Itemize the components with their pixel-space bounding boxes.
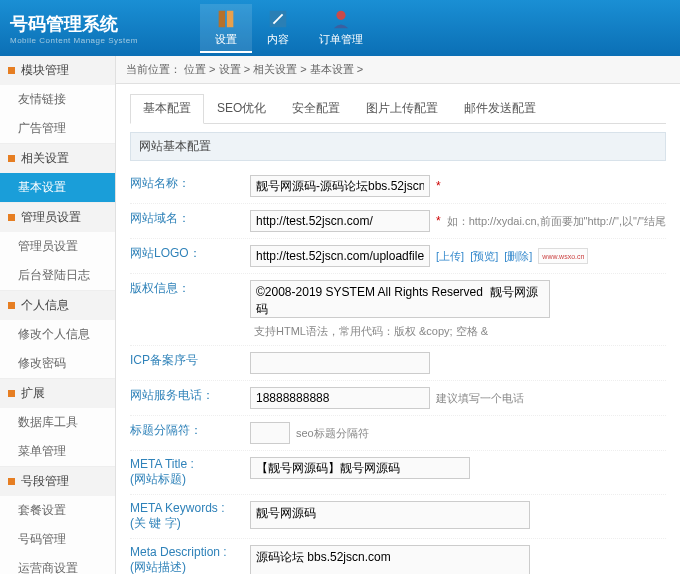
book-icon (215, 8, 237, 30)
top-nav: 设置 内容 订单管理 (200, 4, 378, 53)
meta-keywords-textarea[interactable]: 靓号网源码 (250, 501, 530, 529)
sidebar-group-head[interactable]: 扩展 (0, 379, 115, 408)
pencil-icon (267, 8, 289, 30)
tab[interactable]: 图片上传配置 (353, 94, 451, 123)
row-site-name: 网站名称： * (130, 169, 666, 204)
person-icon (330, 8, 352, 30)
sidebar-group-head[interactable]: 模块管理 (0, 56, 115, 85)
app-header: 号码管理系统 Mobile Content Manage System 设置 内… (0, 0, 680, 56)
sidebar-item[interactable]: 后台登陆日志 (0, 261, 115, 290)
sidebar-item[interactable]: 管理员设置 (0, 232, 115, 261)
row-icp: ICP备案序号 (130, 346, 666, 381)
meta-title-input[interactable] (250, 457, 470, 479)
svg-rect-0 (219, 10, 225, 27)
row-site-logo: 网站LOGO： [上传] [预览] [删除] www.wsxo.cn (130, 239, 666, 274)
sidebar: 模块管理友情链接广告管理相关设置基本设置管理员设置管理员设置后台登陆日志个人信息… (0, 56, 116, 574)
delete-link[interactable]: [删除] (504, 249, 532, 264)
phone-input[interactable] (250, 387, 430, 409)
sidebar-item[interactable]: 菜单管理 (0, 437, 115, 466)
logo-preview: www.wsxo.cn (538, 248, 588, 264)
panel-title: 网站基本配置 (130, 132, 666, 161)
breadcrumb: 当前位置： 位置 > 设置 > 相关设置 > 基本设置 > (116, 56, 680, 84)
tab[interactable]: 邮件发送配置 (451, 94, 549, 123)
nav-settings[interactable]: 设置 (200, 4, 252, 53)
row-separator: 标题分隔符： seo标题分隔符 (130, 416, 666, 451)
row-meta-keywords: META Keywords :(关 键 字) 靓号网源码 (130, 495, 666, 539)
row-site-domain: 网站域名： * 如：http://xydai.cn,前面要加"http://",… (130, 204, 666, 239)
sidebar-group-head[interactable]: 相关设置 (0, 144, 115, 173)
copyright-textarea[interactable]: ©2008-2019 SYSTEM All Rights Reserved 靓号… (250, 280, 550, 318)
sidebar-item[interactable]: 友情链接 (0, 85, 115, 114)
nav-orders[interactable]: 订单管理 (304, 4, 378, 53)
row-phone: 网站服务电话： 建议填写一个电话 (130, 381, 666, 416)
sidebar-group-head[interactable]: 个人信息 (0, 291, 115, 320)
tabs: 基本配置SEO优化安全配置图片上传配置邮件发送配置 (130, 94, 666, 124)
site-name-input[interactable] (250, 175, 430, 197)
tab[interactable]: 基本配置 (130, 94, 204, 124)
tab[interactable]: 安全配置 (279, 94, 353, 123)
upload-link[interactable]: [上传] (436, 249, 464, 264)
separator-input[interactable] (250, 422, 290, 444)
sidebar-item[interactable]: 套餐设置 (0, 496, 115, 525)
logo-subtitle: Mobile Content Manage System (10, 36, 200, 45)
row-meta-desc: Meta Description :(网站描述) 源码论坛 bbs.52jscn… (130, 539, 666, 574)
sidebar-item[interactable]: 数据库工具 (0, 408, 115, 437)
sidebar-item[interactable]: 修改密码 (0, 349, 115, 378)
sidebar-item[interactable]: 广告管理 (0, 114, 115, 143)
site-logo-input[interactable] (250, 245, 430, 267)
preview-link[interactable]: [预览] (470, 249, 498, 264)
nav-content[interactable]: 内容 (252, 4, 304, 53)
svg-point-3 (336, 10, 345, 19)
content-panel: 基本配置SEO优化安全配置图片上传配置邮件发送配置 网站基本配置 网站名称： *… (116, 84, 680, 574)
meta-desc-textarea[interactable]: 源码论坛 bbs.52jscn.com (250, 545, 530, 574)
row-meta-title: META Title :(网站标题) (130, 451, 666, 495)
icp-input[interactable] (250, 352, 430, 374)
sidebar-group-head[interactable]: 号段管理 (0, 467, 115, 496)
tab[interactable]: SEO优化 (204, 94, 279, 123)
logo: 号码管理系统 Mobile Content Manage System (10, 12, 200, 45)
site-domain-input[interactable] (250, 210, 430, 232)
row-copyright: 版权信息： ©2008-2019 SYSTEM All Rights Reser… (130, 274, 666, 346)
sidebar-item[interactable]: 号码管理 (0, 525, 115, 554)
sidebar-group-head[interactable]: 管理员设置 (0, 203, 115, 232)
sidebar-item[interactable]: 运营商设置 (0, 554, 115, 574)
logo-title: 号码管理系统 (10, 14, 118, 34)
svg-rect-1 (227, 10, 233, 27)
main: 当前位置： 位置 > 设置 > 相关设置 > 基本设置 > 基本配置SEO优化安… (116, 56, 680, 574)
sidebar-item[interactable]: 修改个人信息 (0, 320, 115, 349)
sidebar-item[interactable]: 基本设置 (0, 173, 115, 202)
